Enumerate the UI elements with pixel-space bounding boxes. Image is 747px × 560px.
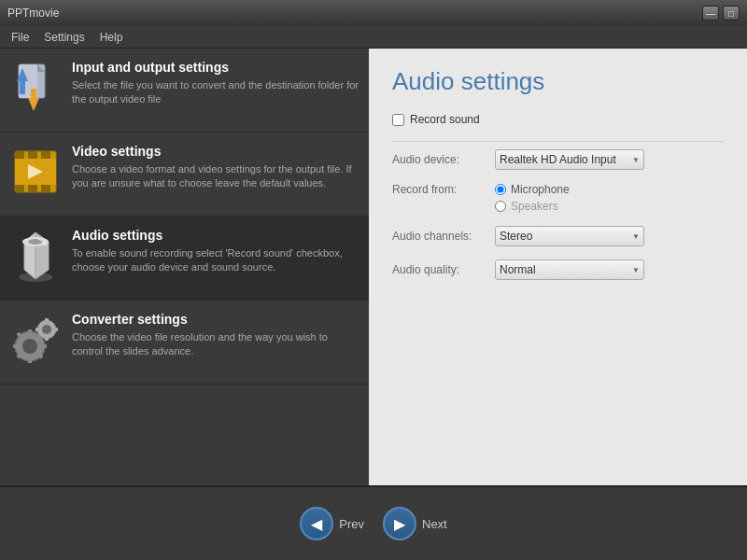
svg-rect-24 (13, 344, 21, 348)
menu-file[interactable]: File (4, 29, 36, 46)
menu-settings[interactable]: Settings (36, 29, 92, 46)
microphone-radio[interactable] (495, 184, 506, 195)
sidebar-text-converter: Converter settings Choose the video file… (72, 312, 359, 359)
next-arrow-icon: ▶ (383, 507, 416, 540)
record-sound-label[interactable]: Record sound (410, 113, 480, 126)
audio-device-select[interactable]: Realtek HD Audio InputDefault Audio Inpu… (495, 149, 644, 170)
audio-device-label: Audio device: (392, 153, 495, 166)
gears-icon (9, 312, 61, 368)
audio-quality-label: Audio quality: (392, 263, 495, 276)
next-label: Next (422, 517, 447, 531)
sidebar: Input and output settings Select the fil… (0, 49, 369, 485)
audio-channels-label: Audio channels: (392, 230, 495, 243)
svg-rect-23 (28, 356, 32, 363)
window-title: PPTmovie (7, 7, 59, 20)
audio-device-select-wrapper: Realtek HD Audio InputDefault Audio Inpu… (495, 149, 644, 170)
sidebar-item-input-output[interactable]: Input and output settings Select the fil… (0, 49, 369, 133)
restore-button[interactable]: □ (723, 6, 740, 21)
svg-rect-10 (41, 151, 50, 159)
svg-rect-13 (41, 185, 50, 192)
sidebar-text-audio: Audio settings To enable sound recording… (72, 228, 359, 275)
svg-point-18 (28, 239, 43, 245)
audio-channels-select[interactable]: StereoMono (495, 226, 644, 246)
microphone-row: Microphone (495, 183, 570, 196)
speakers-radio[interactable] (495, 201, 506, 212)
svg-rect-22 (28, 329, 32, 337)
prev-arrow-icon: ◀ (300, 507, 333, 540)
title-bar: PPTmovie — □ (0, 0, 747, 26)
speakers-label[interactable]: Speakers (511, 200, 558, 213)
audio-quality-select-wrapper: NormalHighLow (495, 259, 644, 280)
audio-channels-select-wrapper: StereoMono (495, 226, 644, 246)
minimize-button[interactable]: — (702, 6, 719, 21)
speakers-row: Speakers (495, 200, 570, 213)
divider (392, 141, 724, 142)
svg-rect-35 (52, 328, 58, 331)
prev-label: Prev (339, 517, 364, 531)
record-sound-checkbox[interactable] (392, 114, 404, 126)
main-content: Input and output settings Select the fil… (0, 49, 747, 485)
svg-rect-9 (28, 151, 37, 159)
record-from-label: Record from: (392, 183, 495, 196)
svg-rect-4 (31, 89, 36, 102)
film-icon (9, 144, 61, 200)
sidebar-item-video[interactable]: Video settings Choose a video format and… (0, 133, 369, 217)
svg-rect-32 (45, 318, 49, 324)
audio-quality-select[interactable]: NormalHighLow (495, 259, 644, 280)
file-arrows-icon (9, 60, 61, 116)
svg-rect-8 (15, 151, 24, 159)
svg-rect-25 (39, 344, 47, 348)
svg-rect-6 (20, 81, 25, 94)
right-panel: Audio settings Record sound Audio device… (369, 49, 747, 485)
sidebar-item-audio[interactable]: Audio settings To enable sound recording… (0, 217, 369, 301)
svg-rect-34 (35, 328, 41, 331)
audio-channels-row: Audio channels: StereoMono (392, 226, 724, 246)
panel-title: Audio settings (392, 67, 724, 96)
svg-point-21 (22, 339, 37, 354)
speaker-icon (9, 228, 61, 284)
microphone-label[interactable]: Microphone (511, 183, 570, 196)
record-from-options: Microphone Speakers (495, 183, 570, 213)
menu-bar: File Settings Help (0, 26, 747, 49)
record-from-row: Record from: Microphone Speakers (392, 183, 724, 213)
svg-point-31 (42, 325, 51, 334)
sidebar-text-video: Video settings Choose a video format and… (72, 144, 359, 191)
next-button[interactable]: ▶ Next (383, 507, 447, 540)
svg-rect-33 (45, 335, 49, 341)
svg-rect-11 (15, 185, 24, 192)
prev-button[interactable]: ◀ Prev (300, 507, 364, 540)
sidebar-item-converter[interactable]: Converter settings Choose the video file… (0, 301, 369, 385)
footer: ◀ Prev ▶ Next (0, 485, 747, 560)
audio-device-row: Audio device: Realtek HD Audio InputDefa… (392, 149, 724, 170)
audio-quality-row: Audio quality: NormalHighLow (392, 259, 724, 280)
sidebar-text-input-output: Input and output settings Select the fil… (72, 60, 359, 107)
window-controls: — □ (702, 6, 740, 21)
menu-help[interactable]: Help (92, 29, 131, 46)
svg-rect-12 (28, 185, 37, 192)
record-sound-row: Record sound (392, 113, 724, 126)
